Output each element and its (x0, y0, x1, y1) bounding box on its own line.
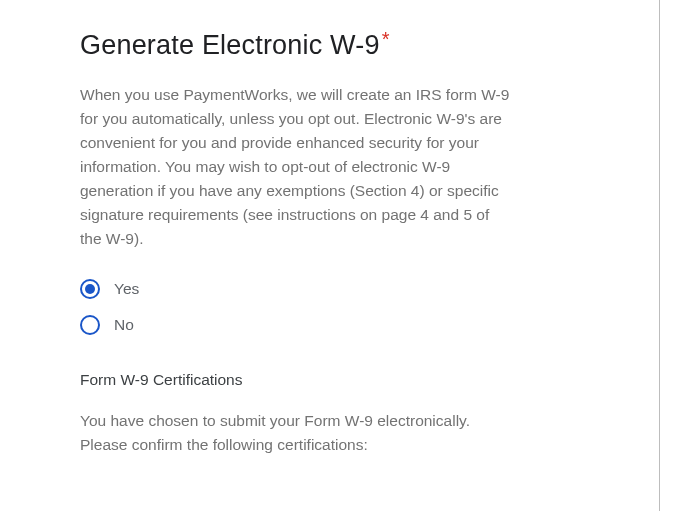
certifications-intro: You have chosen to submit your Form W-9 … (80, 409, 510, 457)
radio-label-no: No (114, 316, 134, 334)
ew9-radio-group: Yes No (80, 279, 540, 335)
section-description: When you use PaymentWorks, we will creat… (80, 83, 510, 251)
radio-label-yes: Yes (114, 280, 139, 298)
radio-icon-unselected (80, 315, 100, 335)
form-section: Generate Electronic W-9* When you use Pa… (0, 0, 620, 457)
required-asterisk: * (382, 28, 390, 50)
certifications-heading: Form W-9 Certifications (80, 371, 540, 389)
vertical-divider (659, 0, 660, 511)
radio-icon-selected (80, 279, 100, 299)
radio-dot-icon (85, 284, 95, 294)
page-title: Generate Electronic W-9* (80, 30, 540, 61)
title-text: Generate Electronic W-9 (80, 30, 380, 60)
radio-option-yes[interactable]: Yes (80, 279, 540, 299)
radio-option-no[interactable]: No (80, 315, 540, 335)
